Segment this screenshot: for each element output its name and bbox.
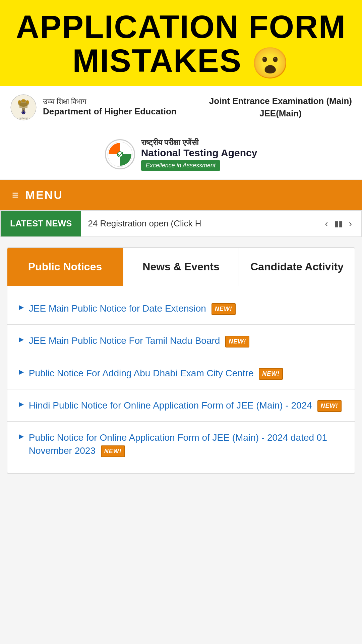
new-badge-5: NEW! xyxy=(101,445,125,457)
notice-arrow-icon-4: ► xyxy=(17,399,25,409)
nta-wheel-icon xyxy=(107,141,133,167)
nta-hindi-name: राष्ट्रीय परीक्षा एजेंसी xyxy=(141,138,198,147)
banner-section: APPLICATION FORM MISTAKES 😮 xyxy=(0,0,362,86)
notice-text-4: Hindi Public Notice for Online Applicati… xyxy=(29,399,345,412)
gov-text-block: उच्च शिक्षा विभाग Department of Higher E… xyxy=(43,97,177,117)
new-badge-2: NEW! xyxy=(225,336,249,347)
svg-point-6 xyxy=(22,99,25,102)
hamburger-icon: ≡ xyxy=(12,189,19,201)
banner-title: APPLICATION FORM MISTAKES 😮 xyxy=(7,10,355,79)
tab-candidate-activity[interactable]: Candidate Activity xyxy=(239,248,355,286)
tab-public-notices[interactable]: Public Notices xyxy=(7,248,123,286)
nta-logo-container: राष्ट्रीय परीक्षा एजेंसी National Testin… xyxy=(105,138,257,171)
nta-tagline: Excellence in Assessment xyxy=(141,160,220,171)
banner-emoji: 😮 xyxy=(251,47,290,79)
gov-hindi-text: उच्च शिक्षा विभाग xyxy=(43,97,177,106)
news-pause-icon: ▮▮ xyxy=(334,219,343,228)
nta-section: राष्ट्रीय परीक्षा एजेंसी National Testin… xyxy=(0,129,362,180)
new-badge-1: NEW! xyxy=(212,303,236,315)
notice-text-1: JEE Main Public Notice for Date Extensio… xyxy=(29,302,345,315)
emblem-icon: सत्यमेव जयते xyxy=(10,94,37,121)
notice-arrow-icon-5: ► xyxy=(17,432,25,441)
notice-arrow-icon-2: ► xyxy=(17,335,25,344)
notice-item-4[interactable]: ► Hindi Public Notice for Online Applica… xyxy=(7,389,355,422)
nta-text-block: राष्ट्रीय परीक्षा एजेंसी National Testin… xyxy=(141,138,257,171)
latest-news-bar: LATEST NEWS 24 Registration open (Click … xyxy=(0,210,362,237)
jee-label: Joint Entrance Examination (Main) xyxy=(209,95,352,107)
notice-arrow-icon-3: ► xyxy=(17,367,25,377)
svg-point-5 xyxy=(26,100,29,104)
svg-text:सत्यमेव जयते: सत्यमेव जयते xyxy=(19,117,27,119)
notice-item-5[interactable]: ► Public Notice for Online Application F… xyxy=(7,422,355,467)
gov-left: सत्यमेव जयते उच्च शिक्षा विभाग Departmen… xyxy=(10,94,177,121)
notice-item-1[interactable]: ► JEE Main Public Notice for Date Extens… xyxy=(7,292,355,325)
new-badge-4: NEW! xyxy=(317,400,342,412)
jee-short: JEE(Main) xyxy=(209,107,352,119)
tab-news-events[interactable]: News & Events xyxy=(123,248,239,286)
svg-rect-2 xyxy=(19,103,27,108)
notice-text-2: JEE Main Public Notice For Tamil Nadu Bo… xyxy=(29,334,345,347)
gov-dept-name: Department of Higher Education xyxy=(43,106,177,117)
new-badge-3: NEW! xyxy=(259,368,283,380)
tab-content: ► JEE Main Public Notice for Date Extens… xyxy=(7,286,355,473)
news-controls: ‹ ▮▮ › xyxy=(315,217,361,230)
nta-english-name: National Testing Agency xyxy=(141,147,257,158)
notice-text-5: Public Notice for Online Application For… xyxy=(29,431,345,457)
notice-item-3[interactable]: ► Public Notice For Adding Abu Dhabi Exa… xyxy=(7,357,355,389)
news-next-button[interactable]: › xyxy=(346,217,355,230)
tabs-header: Public Notices News & Events Candidate A… xyxy=(7,248,355,286)
menu-bar[interactable]: ≡ MENU xyxy=(0,180,362,210)
notice-arrow-icon-1: ► xyxy=(17,303,25,312)
svg-point-4 xyxy=(18,100,21,104)
news-prev-button[interactable]: ‹ xyxy=(322,217,330,230)
notice-text-3: Public Notice For Adding Abu Dhabi Exam … xyxy=(29,367,345,380)
notice-item-2[interactable]: ► JEE Main Public Notice For Tamil Nadu … xyxy=(7,325,355,357)
menu-label: MENU xyxy=(25,189,63,202)
tabs-container: Public Notices News & Events Candidate A… xyxy=(7,247,355,474)
gov-header: सत्यमेव जयते उच्च शिक्षा विभाग Departmen… xyxy=(0,86,362,129)
news-ticker: 24 Registration open (Click H xyxy=(81,218,315,229)
gov-right: Joint Entrance Examination (Main) JEE(Ma… xyxy=(209,95,352,119)
latest-news-badge: LATEST NEWS xyxy=(1,211,81,236)
nta-circle-logo xyxy=(105,139,135,169)
